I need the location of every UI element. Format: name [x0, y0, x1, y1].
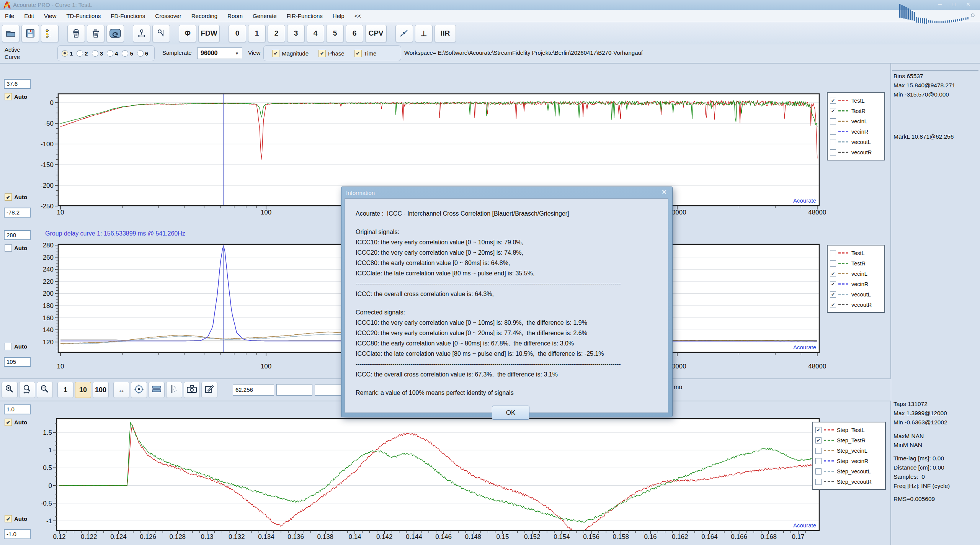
legend-checkbox[interactable]: ✔: [815, 437, 822, 444]
view-check-time[interactable]: ✔Time: [354, 50, 377, 57]
samplerate-select[interactable]: 96000 ▼: [197, 47, 242, 59]
h-expand-button[interactable]: ↔: [113, 382, 129, 398]
legend-checkbox[interactable]: ✔: [830, 98, 836, 104]
legend-checkbox[interactable]: [830, 149, 836, 155]
legend-label: vecoutL: [851, 291, 871, 298]
mic-position-button[interactable]: [133, 25, 150, 42]
slope-button[interactable]: [395, 25, 413, 42]
legend-checkbox[interactable]: [815, 468, 822, 475]
zoom-100-button[interactable]: 100: [93, 382, 109, 398]
cpv-button[interactable]: CPV: [365, 25, 387, 42]
phase-button[interactable]: Φ: [179, 25, 196, 42]
save-button[interactable]: [21, 25, 39, 42]
pencil-icon: [204, 384, 214, 396]
curve-radio-6[interactable]: 6: [137, 50, 148, 57]
edit-button[interactable]: [201, 382, 217, 398]
bottom-min-field[interactable]: -1.0: [4, 529, 31, 539]
curve-radio-2[interactable]: 2: [77, 50, 88, 57]
legend-checkbox[interactable]: ✔: [830, 271, 836, 277]
top-min-field[interactable]: -78.2: [4, 208, 31, 218]
menu-help[interactable]: Help: [328, 10, 350, 22]
zoom-out-button[interactable]: [37, 382, 53, 398]
legend-checkbox[interactable]: ✔: [830, 281, 836, 287]
menu-tdfunctions[interactable]: TD-Functions: [61, 10, 106, 22]
menu-recording[interactable]: Recording: [186, 10, 222, 22]
checkbox-icon: ✔: [5, 515, 12, 522]
menu-generate[interactable]: Generate: [248, 10, 282, 22]
cursor-value-field-1[interactable]: 62.256: [233, 384, 274, 396]
curve-5-button[interactable]: 5: [326, 25, 344, 42]
curve-6-button[interactable]: 6: [346, 25, 363, 42]
peak-search-button[interactable]: [166, 382, 182, 398]
delete-all-button[interactable]: [67, 25, 85, 42]
view-check-magnitude[interactable]: ✔Magnitude: [272, 50, 309, 57]
zoom-in-button[interactable]: [2, 382, 18, 398]
view-check-phase[interactable]: ✔Phase: [318, 50, 345, 57]
mic-button[interactable]: [152, 25, 170, 42]
top-max-field[interactable]: 37.6: [4, 79, 31, 89]
legend-checkbox[interactable]: [830, 129, 836, 135]
auto-checkbox-1[interactable]: ✔Auto: [5, 193, 27, 201]
curve-3-button[interactable]: 3: [287, 25, 305, 42]
menu-file[interactable]: File: [0, 10, 19, 22]
dialog-title-bar[interactable]: Information: [341, 187, 672, 198]
menu-firfunctions[interactable]: FIR-Functions: [282, 10, 328, 22]
auto-checkbox-0[interactable]: ✔Auto: [5, 93, 27, 100]
curve-1-button[interactable]: 1: [248, 25, 266, 42]
legend-checkbox[interactable]: [830, 139, 836, 145]
delete-button[interactable]: [87, 25, 105, 42]
legend-checkbox[interactable]: [830, 118, 836, 124]
curve-radio-1[interactable]: 1: [62, 50, 73, 57]
target-button[interactable]: [131, 382, 147, 398]
menu-crossover[interactable]: Crossover: [150, 10, 186, 22]
legend-checkbox[interactable]: [830, 250, 836, 256]
ok-button[interactable]: OK: [492, 406, 529, 420]
mid-min-field[interactable]: 105: [4, 357, 31, 367]
svg-text:0.14: 0.14: [348, 533, 361, 540]
zoom-1-button[interactable]: 1: [57, 382, 74, 398]
undo-button[interactable]: [106, 25, 124, 42]
svg-text:0.142: 0.142: [376, 533, 393, 540]
cursor-value-field-2[interactable]: [276, 384, 312, 396]
snapshot-button[interactable]: [184, 382, 200, 398]
step-legend-row: ✔Step_TestL: [815, 425, 884, 435]
bars-button[interactable]: [149, 382, 165, 398]
curve-4-button[interactable]: 4: [307, 25, 324, 42]
auto-checkbox-2[interactable]: Auto: [5, 244, 27, 252]
legend-checkbox[interactable]: ✔: [815, 427, 822, 433]
auto-checkbox-4[interactable]: ✔Auto: [5, 419, 27, 426]
curve-2-button[interactable]: 2: [268, 25, 285, 42]
svg-text:-150: -150: [41, 161, 54, 169]
mid-max-field[interactable]: 280: [4, 230, 31, 240]
menu-view[interactable]: View: [39, 10, 61, 22]
zoom-fit-button[interactable]: [19, 382, 35, 398]
menu-fdfunctions[interactable]: FD-Functions: [106, 10, 150, 22]
auto-checkbox-3[interactable]: Auto: [5, 343, 27, 350]
menu-room[interactable]: Room: [222, 10, 248, 22]
legend-checkbox[interactable]: ✔: [830, 108, 836, 114]
curve-manager-button[interactable]: [41, 25, 59, 42]
title-bar[interactable]: Acourate PRO - Curve 1: TestL ─ □ ✕: [0, 0, 980, 10]
fdw-button[interactable]: FDW: [198, 25, 220, 42]
legend-checkbox[interactable]: [815, 448, 822, 454]
menu-<<[interactable]: <<: [350, 10, 366, 22]
auto-checkbox-5[interactable]: ✔Auto: [5, 515, 27, 522]
zoom-10-button[interactable]: 10: [75, 382, 91, 398]
curve-radio-5[interactable]: 5: [122, 50, 133, 57]
svg-text:0: 0: [50, 99, 54, 106]
legend-checkbox[interactable]: ✔: [830, 291, 836, 298]
iir-button[interactable]: IIR: [434, 25, 456, 42]
open-button[interactable]: [2, 25, 20, 42]
menu-edit[interactable]: Edit: [19, 10, 39, 22]
legend-checkbox[interactable]: [830, 260, 836, 267]
curve-radio-3[interactable]: 3: [92, 50, 103, 57]
curve-radio-4[interactable]: 4: [107, 50, 118, 57]
legend-checkbox[interactable]: [815, 458, 822, 464]
view-check-label: Time: [364, 50, 377, 57]
curve-0-button[interactable]: 0: [229, 25, 246, 42]
dialog-close-icon[interactable]: ✕: [660, 188, 668, 197]
legend-checkbox[interactable]: ✔: [830, 302, 836, 308]
legend-checkbox[interactable]: [815, 479, 822, 485]
bottom-max-field[interactable]: 1.0: [4, 404, 31, 414]
perpendicular-button[interactable]: ⊥: [415, 25, 433, 42]
